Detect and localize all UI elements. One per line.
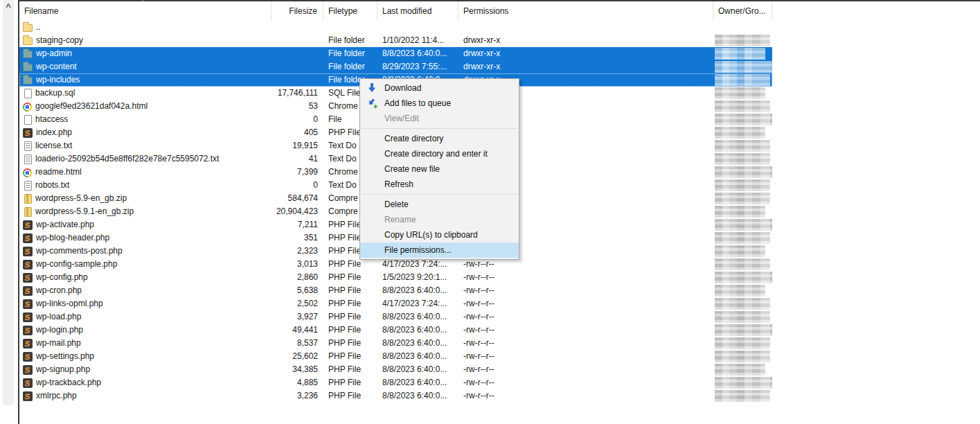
owner-group-cell xyxy=(713,152,772,166)
filename-label: wp-config.php xyxy=(36,271,88,284)
filetype-cell: PHP File xyxy=(323,363,377,376)
table-row-wp-settings-php[interactable]: wp-settings.php25,602PHP File8/8/2023 6:… xyxy=(19,350,772,363)
filetype-cell: PHP File xyxy=(323,310,377,324)
filename-label: wp-mail.php xyxy=(36,337,81,350)
filesize-cell xyxy=(271,60,323,73)
menu-item-refresh[interactable]: Refresh xyxy=(360,177,519,192)
filesize-cell: 34,385 xyxy=(271,363,323,376)
filename-cell: wp-load.php xyxy=(19,310,271,324)
zip-icon xyxy=(24,207,32,217)
owner-group-cell xyxy=(713,310,772,324)
filename-label: loaderio-25092b54d5e8ff6f282e78e7c559507… xyxy=(35,152,219,166)
column-header-filesize[interactable]: Filesize xyxy=(271,1,323,21)
filename-label: xmlrpc.php xyxy=(36,389,77,403)
column-header-filename[interactable]: Filename xyxy=(19,1,271,21)
table-row-wp-login-php[interactable]: wp-login.php49,441PHP File8/8/2023 6:40:… xyxy=(19,324,772,337)
menu-item-create-directory-and-enter-it[interactable]: Create directory and enter it xyxy=(360,146,519,161)
menu-item-download[interactable]: Download xyxy=(360,80,519,96)
table-row-xmlrpc-php[interactable]: xmlrpc.php3,236PHP File8/8/2023 6:40:0..… xyxy=(19,389,772,403)
permissions-cell: drwxr-xr-x xyxy=(458,47,713,60)
filesize-cell: 2,860 xyxy=(271,271,323,284)
permissions-cell: -rw-r--r-- xyxy=(458,324,713,337)
table-row-staging-copy[interactable]: staging-copyFile folder1/10/2022 11:4...… xyxy=(19,34,772,47)
adjacent-pane-vertical-scrollbar[interactable]: ^ xyxy=(0,0,14,405)
owner-group-cell xyxy=(713,192,772,205)
censored-owner-value xyxy=(715,311,770,323)
filetype-cell xyxy=(323,21,377,34)
last-modified-cell: 8/8/2023 6:40:0... xyxy=(377,350,458,363)
php-icon xyxy=(23,352,33,362)
menu-item-add-files-to-queue[interactable]: Add files to queue xyxy=(360,96,519,111)
php-icon xyxy=(23,128,33,138)
scroll-up-icon[interactable]: ^ xyxy=(3,2,14,12)
table-row-[interactable]: .. xyxy=(19,21,772,34)
menu-item-label: Rename xyxy=(384,215,416,224)
censored-owner-value xyxy=(715,285,765,297)
table-row-wp-links-opml-php[interactable]: wp-links-opml.php2,502PHP File4/17/2023 … xyxy=(19,297,772,310)
table-row-wp-load-php[interactable]: wp-load.php3,927PHP File8/8/2023 6:40:0.… xyxy=(19,310,772,324)
table-row-wp-signup-php[interactable]: wp-signup.php34,385PHP File8/8/2023 6:40… xyxy=(19,363,772,376)
censored-owner-value xyxy=(715,193,770,204)
table-row-wp-cron-php[interactable]: wp-cron.php5,638PHP File8/8/2023 6:40:0.… xyxy=(19,284,772,297)
censored-owner-value xyxy=(715,35,770,46)
permissions-cell: -rw-r--r-- xyxy=(458,337,713,350)
add-to-queue-arrow-plus-icon xyxy=(366,98,377,109)
censored-owner-value xyxy=(715,324,772,336)
table-row-wp-trackback-php[interactable]: wp-trackback.php4,885PHP File8/8/2023 6:… xyxy=(19,376,772,389)
menu-item-create-new-file[interactable]: Create new file xyxy=(360,161,519,177)
php-icon xyxy=(23,312,33,322)
owner-group-cell xyxy=(713,284,772,297)
filetype-cell: PHP File xyxy=(323,337,377,350)
censored-owner-value xyxy=(715,179,770,191)
php-icon xyxy=(23,247,33,256)
filename-label: index.php xyxy=(36,126,72,139)
censored-owner-value xyxy=(715,245,765,257)
filename-cell: .. xyxy=(19,21,271,34)
php-icon xyxy=(23,220,33,230)
filetype-cell: File folder xyxy=(323,34,377,47)
owner-group-cell xyxy=(713,60,772,73)
zip-icon xyxy=(24,194,32,204)
column-header-permissions[interactable]: Permissions xyxy=(458,1,713,21)
last-modified-cell: 8/8/2023 6:40:0... xyxy=(377,284,458,297)
php-icon xyxy=(23,365,33,375)
owner-group-cell xyxy=(713,113,772,126)
php-icon xyxy=(23,339,33,348)
owner-group-cell xyxy=(713,179,772,192)
filesize-cell: 7,399 xyxy=(271,166,323,179)
filetype-cell: PHP File xyxy=(323,297,377,310)
filename-label: license.txt xyxy=(35,139,72,152)
filename-label: wp-settings.php xyxy=(36,350,94,363)
menu-item-file-permissions[interactable]: File permissions... xyxy=(360,242,519,258)
filename-cell: googlef9ed23621daf042a.html xyxy=(19,100,271,113)
column-header-filetype[interactable]: Filetype xyxy=(323,1,377,21)
column-header-last_modified[interactable]: Last modified xyxy=(377,1,458,21)
filename-label: wp-admin xyxy=(36,47,72,60)
table-row-wp-config-php[interactable]: wp-config.php2,860PHP File1/5/2023 9:20:… xyxy=(19,271,772,284)
filesize-cell: 584,674 xyxy=(271,192,323,205)
file-icon xyxy=(24,89,32,98)
folder-icon xyxy=(23,64,33,71)
table-row-wp-admin[interactable]: wp-adminFile folder8/8/2023 6:40:0...drw… xyxy=(19,47,772,60)
filetype-cell: File folder xyxy=(323,60,377,73)
php-icon xyxy=(23,326,33,335)
menu-item-create-directory[interactable]: Create directory xyxy=(360,131,519,146)
filename-label: wp-blog-header.php xyxy=(36,231,109,245)
filename-label: staging-copy xyxy=(36,34,83,47)
folder-icon xyxy=(23,24,33,32)
filesize-cell: 4,885 xyxy=(271,376,323,389)
censored-owner-value xyxy=(715,364,765,376)
filesize-cell: 19,915 xyxy=(271,139,323,152)
owner-group-cell xyxy=(713,218,772,231)
column-header-owner_group[interactable]: Owner/Gro... xyxy=(713,1,772,21)
last-modified-cell: 1/10/2022 11:4... xyxy=(377,34,458,47)
menu-item-copy-url-s-to-clipboard[interactable]: Copy URL(s) to clipboard xyxy=(360,227,519,242)
filesize-cell xyxy=(271,34,323,47)
filesize-cell xyxy=(271,47,323,60)
table-row-wp-mail-php[interactable]: wp-mail.php8,537PHP File8/8/2023 6:40:0.… xyxy=(19,337,772,350)
censored-owner-value xyxy=(715,219,772,231)
menu-item-delete[interactable]: Delete xyxy=(360,197,519,212)
last-modified-cell: 8/8/2023 6:40:0... xyxy=(377,47,458,60)
table-row-wp-content[interactable]: wp-contentFile folder8/29/2023 7:55:...d… xyxy=(19,60,772,73)
owner-group-cell xyxy=(713,73,772,87)
